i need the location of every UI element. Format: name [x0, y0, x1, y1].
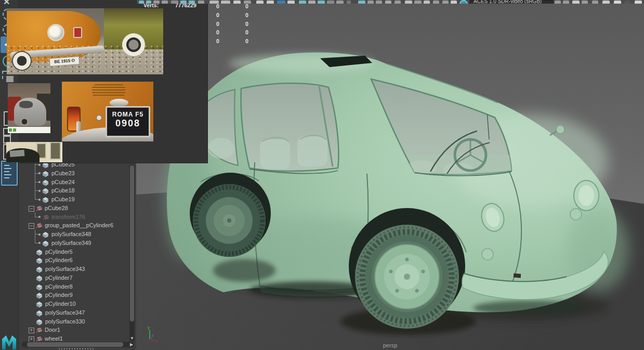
hud-count-value: 0: [245, 21, 248, 27]
hud-count-value: 0: [216, 29, 219, 35]
photo-window: [50, 142, 61, 160]
toolbar-icon[interactable]: [267, 1, 274, 4]
outliner-item-label: pCube24: [51, 179, 75, 185]
reference-photo-building-car[interactable]: [6, 142, 62, 162]
toolbar-icon[interactable]: [572, 1, 580, 4]
outliner-item-pCube19[interactable]: pCube19: [18, 195, 146, 204]
mesh-icon: [36, 309, 43, 316]
toolbar-icon[interactable]: [308, 1, 316, 4]
toolbar-icon[interactable]: [385, 1, 391, 4]
toolbar-icon[interactable]: [582, 1, 588, 4]
toolbar-icon[interactable]: [318, 1, 325, 4]
toolbar-icon[interactable]: [162, 1, 168, 4]
toolbar-icon[interactable]: [635, 1, 642, 4]
toolbar-icon[interactable]: [171, 1, 178, 4]
outliner-item-pCylinder10[interactable]: pCylinder10: [18, 300, 146, 308]
toolbar-icon[interactable]: [347, 1, 351, 4]
toolbar-icon[interactable]: [180, 1, 187, 4]
toolbar-icon[interactable]: [563, 1, 569, 4]
toolbar-icon[interactable]: [376, 1, 382, 4]
outliner-item-pCylinder6[interactable]: pCylinder6: [18, 256, 146, 265]
tool-icon[interactable]: [6, 76, 14, 82]
scroll-down-arrow-icon[interactable]: ▼: [129, 336, 135, 341]
toolbar-icon[interactable]: [327, 1, 334, 4]
toolbar-icon[interactable]: [592, 1, 598, 4]
outliner-item-polySurface347[interactable]: polySurface347: [18, 308, 146, 317]
toolbar-icon[interactable]: [198, 1, 204, 4]
toolbar-icon[interactable]: [153, 1, 160, 4]
toolbar-icon[interactable]: [336, 1, 344, 4]
toolbar-icon[interactable]: [405, 1, 412, 4]
outliner-item-label: group_pasted__pCylinder6: [45, 222, 113, 228]
toolbar-icon[interactable]: [414, 1, 422, 4]
mesh-icon: [42, 187, 49, 194]
toolbar-icon[interactable]: [233, 1, 241, 4]
outliner-item-pCylinder9[interactable]: pCylinder9: [18, 291, 146, 300]
hud-count-value: 0: [245, 12, 248, 18]
toolbar-icon[interactable]: [299, 1, 306, 4]
toolbar-icon[interactable]: [602, 1, 610, 4]
toolbar-icon[interactable]: [614, 1, 621, 4]
close-icon[interactable]: ✕: [3, 0, 15, 4]
toolbar-icon[interactable]: [221, 1, 230, 4]
outliner-item-polySurface349[interactable]: polySurface349: [18, 239, 146, 248]
toolbar-icon[interactable]: [442, 1, 449, 4]
outliner-item-pCylinder7[interactable]: pCylinder7: [18, 274, 146, 282]
toolbar-icon[interactable]: [139, 1, 144, 4]
outliner-item-pCube18[interactable]: pCube18: [18, 186, 146, 195]
toolbar-icon[interactable]: [146, 1, 151, 4]
outliner-item-polySurface330[interactable]: polySurface330: [18, 317, 146, 326]
outliner-hscrollbar-thumb[interactable]: [27, 342, 123, 347]
outliner-item-pCube24[interactable]: pCube24: [18, 178, 146, 187]
toolbar-icon[interactable]: [424, 1, 430, 4]
outliner-item-label: polySurface349: [51, 240, 91, 246]
toolbar-icon[interactable]: [189, 1, 195, 4]
reference-photo-orange-fiat-front[interactable]: BE 1915 O: [7, 8, 163, 74]
outliner-item-polySurface343[interactable]: polySurface343: [18, 265, 146, 274]
outliner-item-polySurface348[interactable]: polySurface348: [18, 230, 146, 239]
outliner-vscrollbar-thumb[interactable]: [130, 165, 134, 321]
toolbar-icon[interactable]: [256, 1, 264, 4]
toolbar-icon[interactable]: [433, 1, 439, 4]
scroll-right-arrow-icon[interactable]: ▶: [129, 342, 134, 347]
photo-whitewall-wheel: [122, 33, 145, 56]
outliner-item-label: pCylinder7: [45, 275, 73, 281]
reference-photo-gray-fiat[interactable]: [8, 83, 50, 133]
reference-photo-orange-fiat-rear[interactable]: ROMA F5 0908: [62, 82, 153, 141]
outliner-item-label: pCube18: [51, 187, 75, 193]
outliner-persp-layout-icon[interactable]: [1, 161, 18, 186]
mesh-icon: [42, 240, 49, 247]
outliner-item-label: pCylinder6: [45, 257, 73, 263]
outliner-item-Door1[interactable]: +Door1: [18, 326, 146, 334]
outliner-item-pCylinder8[interactable]: pCylinder8: [18, 282, 146, 291]
panel-resize-grip[interactable]: [59, 348, 95, 349]
toolbar-icon[interactable]: [209, 1, 219, 4]
toolbar-icon[interactable]: [555, 1, 561, 4]
mesh-icon: [36, 266, 43, 273]
photo-rear-window: [19, 101, 33, 108]
toolbar-icon[interactable]: [624, 1, 630, 4]
mesh-icon: [36, 257, 43, 264]
outliner-item-label: pCube23: [51, 170, 75, 176]
toolbar-icon[interactable]: [277, 1, 285, 4]
car-mirror: [556, 125, 564, 134]
expander-open-icon[interactable]: −: [29, 206, 34, 212]
outliner-item-pCube28[interactable]: −pCube28: [18, 204, 146, 213]
expander-closed-icon[interactable]: +: [29, 328, 34, 333]
toolbar-icon[interactable]: [367, 1, 374, 4]
toolbar-icon[interactable]: [395, 1, 401, 4]
toolbar-icon[interactable]: [358, 1, 365, 4]
toolbar-icon[interactable]: [244, 1, 251, 4]
toolbar-icon[interactable]: [287, 1, 295, 4]
outliner-item-transform176[interactable]: transform176: [18, 213, 146, 222]
toolbar-icon[interactable]: [451, 1, 457, 4]
hud-count-value: 0: [245, 38, 248, 44]
outliner-item-label: pCube28: [45, 205, 68, 211]
outliner-item-group_pasted__pCylinder6[interactable]: −group_pasted__pCylinder6: [18, 221, 146, 230]
outliner-item-pCylinder5[interactable]: pCylinder5: [18, 248, 146, 256]
color-management-icon[interactable]: [459, 0, 468, 4]
outliner-item-label: pCylinder10: [45, 301, 76, 307]
outliner-item-pCube23[interactable]: pCube23: [18, 169, 146, 178]
expander-open-icon[interactable]: −: [29, 223, 34, 229]
transform-icon: [35, 327, 43, 333]
